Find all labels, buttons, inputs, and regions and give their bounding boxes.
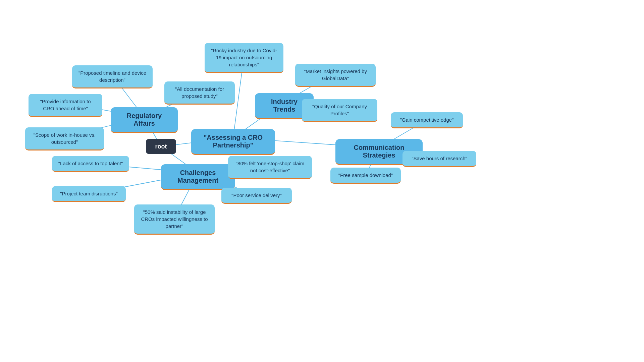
- node-project_team[interactable]: "Project team disruptions": [52, 186, 126, 202]
- node-proposed_timeline[interactable]: "Proposed timeline and device descriptio…: [72, 65, 153, 88]
- node-free_sample[interactable]: "Free sample download": [330, 168, 401, 184]
- node-all_documentation[interactable]: "All documentation for proposed study": [164, 81, 235, 105]
- node-poor_service[interactable]: "Poor service delivery": [221, 188, 292, 204]
- node-lack_of_access[interactable]: "Lack of access to top talent": [52, 156, 129, 172]
- node-provide_info[interactable]: "Provide information to CRO ahead of tim…: [29, 94, 102, 117]
- node-quality_profiles[interactable]: "Quality of our Company Profiles": [302, 99, 377, 122]
- node-assessing_cro[interactable]: "Assessing a CRO Partnership": [191, 129, 275, 155]
- mind-map-connections: [0, 0, 644, 362]
- node-root[interactable]: root: [146, 139, 176, 154]
- node-gain_competitive[interactable]: "Gain competitive edge": [391, 112, 463, 128]
- node-challenges[interactable]: Challenges Management: [161, 164, 235, 190]
- node-market_insights[interactable]: "Market insights powered by GlobalData": [295, 64, 376, 87]
- node-scope_of_work[interactable]: "Scope of work in-house vs. outsourced": [25, 127, 104, 150]
- node-save_hours[interactable]: "Save hours of research": [402, 151, 476, 167]
- node-instability[interactable]: "50% said instability of large CROs impa…: [134, 204, 215, 235]
- node-regulatory_affairs[interactable]: Regulatory Affairs: [111, 107, 178, 133]
- node-eighty_percent[interactable]: "80% felt 'one-stop-shop' claim not cost…: [228, 156, 312, 179]
- node-rocky_industry[interactable]: "Rocky industry due to Covid-19 impact o…: [205, 43, 283, 73]
